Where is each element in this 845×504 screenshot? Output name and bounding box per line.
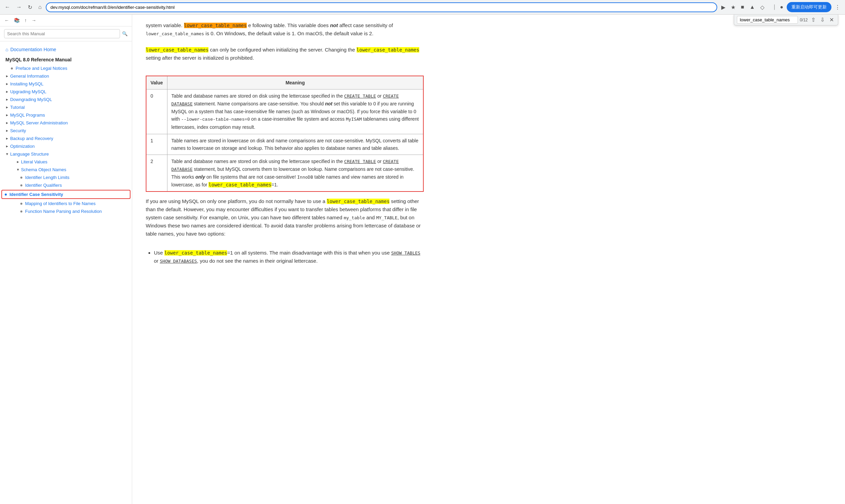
extension2-icon[interactable]: ▲ xyxy=(748,3,757,12)
table-cell-meaning-0: Table and database names are stored on d… xyxy=(167,89,423,134)
create-table-link-1[interactable]: CREATE TABLE xyxy=(344,93,376,98)
highlight-lower-case-5: lower_case_table_names xyxy=(327,199,390,204)
sidebar-home-link[interactable]: ⌂ Documentation Home xyxy=(0,45,132,54)
find-count: 0/12 xyxy=(800,18,808,22)
sidebar: ← 📚 ↑ → 🔍 ⌂ Documentation Home MySQL 8.0… xyxy=(0,15,132,504)
find-prev-button[interactable]: ⇧ xyxy=(810,16,817,24)
value-meaning-table: Value Meaning 0 Table and database names… xyxy=(146,76,424,192)
mono-myisam: MyISAM xyxy=(346,116,362,122)
sidebar-item-programs[interactable]: ► MySQL Programs xyxy=(0,111,132,119)
find-bar-input[interactable] xyxy=(737,16,798,24)
sidebar-item-label: Downgrading MySQL xyxy=(10,97,52,102)
profile-icon[interactable]: ● xyxy=(778,3,785,12)
sidebar-item-identifier-case[interactable]: Identifier Case Sensitivity xyxy=(1,190,130,199)
sidebar-item-preface[interactable]: Preface and Legal Notices xyxy=(0,65,132,72)
show-tables-link[interactable]: SHOW TABLES xyxy=(391,251,420,255)
home-button[interactable]: ⌂ xyxy=(36,3,44,12)
sidebar-item-identifier-qualifiers[interactable]: Identifier Qualifiers xyxy=(0,181,132,189)
extension3-icon[interactable]: ◇ xyxy=(758,3,766,12)
sidebar-book-icon[interactable]: 📚 xyxy=(12,17,21,24)
sidebar-item-label: Installing MySQL xyxy=(10,82,43,86)
sidebar-item-upgrading[interactable]: ► Upgrading MySQL xyxy=(0,88,132,95)
sidebar-item-general[interactable]: ► General Information xyxy=(0,72,132,80)
mono-innodb: InnoDB xyxy=(297,175,313,180)
show-databases-link[interactable]: SHOW DATABASES xyxy=(160,258,197,264)
config-paragraph: lower_case_table_names can only be confi… xyxy=(146,46,424,62)
sidebar-up-button[interactable]: ↑ xyxy=(23,17,29,24)
sidebar-item-label: Literal Values xyxy=(21,159,48,164)
menu-icon[interactable]: ⋮ xyxy=(833,3,842,12)
mono-my-table: my_table xyxy=(344,215,365,220)
bookmark-star-icon[interactable]: ★ xyxy=(729,3,738,12)
intro-paragraph: system variable. lower_case_table_names … xyxy=(146,21,424,38)
sidebar-item-mapping-identifiers[interactable]: Mapping of Identifiers to File Names xyxy=(0,200,132,208)
sidebar-item-label: Security xyxy=(10,128,26,133)
highlight-lower-case-2: lower_case_table_names xyxy=(146,47,209,53)
find-close-button[interactable]: ✕ xyxy=(828,16,835,24)
sidebar-search-input[interactable] xyxy=(4,29,120,38)
forward-button[interactable]: → xyxy=(14,3,24,12)
table-cell-meaning-1: Table names are stored in lowercase on d… xyxy=(167,134,423,155)
table-row-1: 1 Table names are stored in lowercase on… xyxy=(146,134,423,155)
address-bar[interactable] xyxy=(46,2,717,12)
chevron-right-icon: ► xyxy=(5,121,9,125)
browser-chrome: ← → ↻ ⌂ ▶ ★ ■ ▲ ◇ ⎹ ● 重新启动即可更新 ⋮ xyxy=(0,0,845,15)
sidebar-item-optimization[interactable]: ► Optimization xyxy=(0,142,132,150)
option-1: Use lower_case_table_names=1 on all syst… xyxy=(154,249,424,265)
dot-active-icon xyxy=(5,194,7,196)
chevron-right-icon: ► xyxy=(5,137,9,140)
chevron-right-icon: ► xyxy=(5,105,9,109)
table-header-value: Value xyxy=(146,76,167,89)
highlight-lower-case-4: lower_case_table_names xyxy=(209,182,271,187)
content-inner: system variable. lower_case_table_names … xyxy=(132,15,437,281)
chevron-right-icon: ► xyxy=(5,82,9,86)
sidebar-toolbar: ← 📚 ↑ → xyxy=(0,15,132,26)
sidebar-item-label: Function Name Parsing and Resolution xyxy=(25,209,102,214)
content-area[interactable]: 0/12 ⇧ ⇩ ✕ system variable. lower_case_t… xyxy=(132,15,845,504)
highlight-lower-case-3: lower_case_table_names xyxy=(357,47,419,53)
sidebar-back-button[interactable]: ← xyxy=(3,17,11,24)
browser-actions: ▶ ★ ■ ▲ ◇ ⎹ ● 重新启动即可更新 ⋮ xyxy=(719,2,842,12)
table-header-meaning: Meaning xyxy=(167,76,423,89)
highlight-lower-case-1: lower_case_table_names xyxy=(184,23,247,28)
update-button[interactable]: 重新启动即可更新 xyxy=(787,2,831,12)
find-next-button[interactable]: ⇩ xyxy=(819,16,826,24)
sidebar-search-area: 🔍 xyxy=(0,26,132,41)
sidebar-forward-button[interactable]: → xyxy=(30,17,38,24)
table-row-0: 0 Table and database names are stored on… xyxy=(146,89,423,134)
sidebar-item-server-admin[interactable]: ► MySQL Server Administration xyxy=(0,119,132,127)
sidebar-toggle-icon[interactable]: ⎹ xyxy=(768,3,776,12)
dot-icon xyxy=(20,184,22,186)
sidebar-item-label: MySQL Server Administration xyxy=(10,120,68,125)
dot-icon xyxy=(20,177,22,179)
chevron-down-icon: ▼ xyxy=(5,152,9,156)
chevron-right-icon: ► xyxy=(5,129,9,132)
table-cell-value-1: 1 xyxy=(146,134,167,155)
sidebar-item-function-name-parsing[interactable]: Function Name Parsing and Resolution xyxy=(0,208,132,215)
sidebar-item-downgrading[interactable]: ► Downgrading MySQL xyxy=(0,95,132,103)
sidebar-item-label: Preface and Legal Notices xyxy=(16,66,67,71)
screen-capture-icon[interactable]: ▶ xyxy=(719,3,727,12)
highlight-lower-case-6: lower_case_table_names xyxy=(164,250,227,255)
sidebar-item-backup[interactable]: ► Backup and Recovery xyxy=(0,134,132,142)
sidebar-item-tutorial[interactable]: ► Tutorial xyxy=(0,103,132,111)
table-cell-value-2: 2 xyxy=(146,155,167,192)
sidebar-item-label: Identifier Qualifiers xyxy=(25,183,62,188)
back-button[interactable]: ← xyxy=(3,3,12,12)
sidebar-item-installing[interactable]: ► Installing MySQL xyxy=(0,80,132,88)
extension1-icon[interactable]: ■ xyxy=(739,3,747,12)
sidebar-item-literal-values[interactable]: ► Literal Values xyxy=(0,158,132,166)
sidebar-item-language-structure[interactable]: ▼ Language Structure xyxy=(0,150,132,158)
sidebar-search-button[interactable]: 🔍 xyxy=(122,31,128,36)
not-emphasis: not xyxy=(330,22,338,28)
sidebar-item-label: General Information xyxy=(10,74,49,79)
sidebar-item-security[interactable]: ► Security xyxy=(0,127,132,134)
home-icon: ⌂ xyxy=(5,47,8,52)
sidebar-item-schema-object-names[interactable]: ▼ Schema Object Names xyxy=(0,166,132,174)
create-table-link-2[interactable]: CREATE TABLE xyxy=(344,159,376,164)
sidebar-item-label: Upgrading MySQL xyxy=(10,89,47,94)
dot-icon xyxy=(20,203,22,205)
chevron-right-icon: ► xyxy=(5,74,9,78)
refresh-button[interactable]: ↻ xyxy=(26,3,34,12)
sidebar-item-identifier-length[interactable]: Identifier Length Limits xyxy=(0,174,132,181)
